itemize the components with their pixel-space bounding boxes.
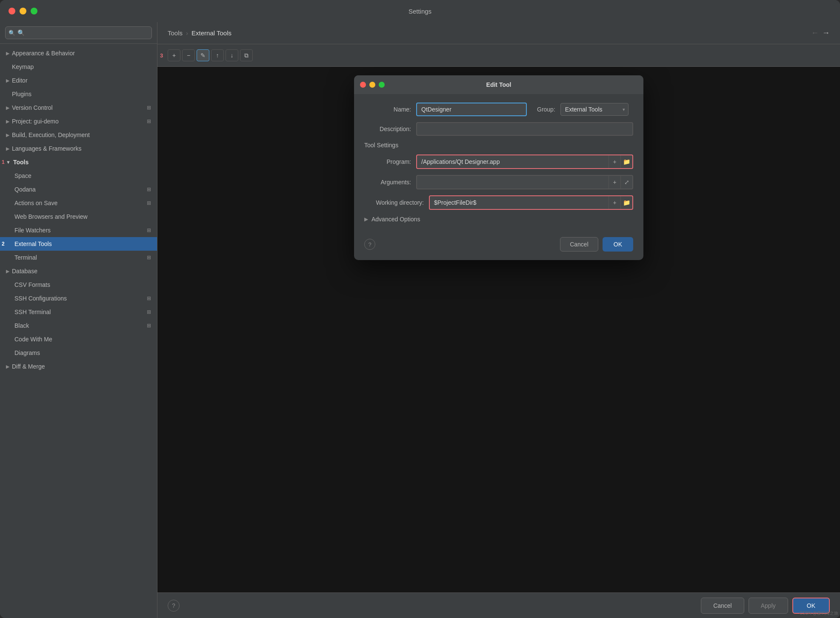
sidebar-item-ssh-configurations[interactable]: SSH Configurations ⊞ xyxy=(0,292,157,305)
sidebar-item-keymap[interactable]: Keymap xyxy=(0,60,157,74)
program-folder-button[interactable]: 📁 xyxy=(620,155,632,168)
bottom-help-button[interactable]: ? xyxy=(168,600,180,612)
arguments-input[interactable] xyxy=(417,176,609,188)
nav-arrows: ← → xyxy=(811,29,830,37)
sidebar-item-project[interactable]: ▶ Project: gui-demo ⊞ xyxy=(0,114,157,128)
maximize-button[interactable] xyxy=(31,8,37,14)
modal-body: Name: Group: External Tools ▾ xyxy=(354,94,643,231)
remove-tool-button[interactable]: − xyxy=(182,49,195,61)
sidebar-item-appearance-behavior[interactable]: ▶ Appearance & Behavior xyxy=(0,46,157,60)
sidebar-item-label: SSH Terminal xyxy=(14,309,51,315)
chevron-right-icon: ▶ xyxy=(6,132,9,138)
sidebar-item-version-control[interactable]: ▶ Version Control ⊞ xyxy=(0,101,157,114)
tool-settings-label: Tool Settings xyxy=(364,142,633,149)
program-add-button[interactable]: + xyxy=(609,155,620,168)
copy-tool-button[interactable]: ⧉ xyxy=(240,49,253,61)
sidebar-item-black[interactable]: Black ⊞ xyxy=(0,319,157,332)
sidebar-item-label: Project: gui-demo xyxy=(12,118,59,125)
chevron-right-icon: ▶ xyxy=(6,78,9,83)
sidebar-item-label: Code With Me xyxy=(14,336,52,343)
window-title: Settings xyxy=(409,8,431,15)
bottom-bar: ? Cancel Apply OK xyxy=(157,592,840,618)
sidebar-item-label: Plugins xyxy=(12,91,31,97)
settings-cancel-button[interactable]: Cancel xyxy=(701,598,744,614)
sidebar-item-database[interactable]: ▶ Database xyxy=(0,264,157,278)
sidebar-item-label: Keymap xyxy=(12,63,34,70)
sidebar-item-terminal[interactable]: Terminal ⊞ xyxy=(0,251,157,264)
search-icon: 🔍 xyxy=(9,30,15,36)
modal-ok-button[interactable]: OK xyxy=(603,237,633,252)
arguments-row: Arguments: + ⤢ xyxy=(364,175,633,189)
forward-arrow-icon[interactable]: → xyxy=(822,29,830,37)
sidebar-item-qodana[interactable]: Qodana ⊞ xyxy=(0,183,157,196)
toolbar-number: 3 xyxy=(160,52,163,59)
advanced-options-row[interactable]: ▶ Advanced Options xyxy=(364,216,633,223)
sidebar-item-build-execution[interactable]: ▶ Build, Execution, Deployment xyxy=(0,128,157,142)
sidebar-item-languages-frameworks[interactable]: ▶ Languages & Frameworks xyxy=(0,142,157,155)
sidebar-item-space[interactable]: Space xyxy=(0,169,157,183)
working-directory-input[interactable] xyxy=(430,197,609,209)
description-input[interactable] xyxy=(416,122,633,136)
move-up-button[interactable]: ↑ xyxy=(211,49,224,61)
add-tool-button[interactable]: + xyxy=(168,49,180,61)
arguments-expand-button[interactable]: ⤢ xyxy=(620,176,632,189)
sidebar-item-plugins[interactable]: Plugins xyxy=(0,87,157,101)
program-label: Program: xyxy=(364,158,411,165)
sidebar: 🔍 ▶ Appearance & Behavior Keymap ▶ Edito… xyxy=(0,22,157,618)
sidebar-item-file-watchers[interactable]: File Watchers ⊞ xyxy=(0,223,157,237)
back-arrow-icon[interactable]: ← xyxy=(811,29,819,37)
main-content: 🔍 ▶ Appearance & Behavior Keymap ▶ Edito… xyxy=(0,22,840,618)
sidebar-item-external-tools[interactable]: 2 External Tools xyxy=(0,237,157,251)
sidebar-item-label: Version Control xyxy=(12,104,53,111)
sync-badge: ⊞ xyxy=(147,309,151,315)
sidebar-item-diff-merge[interactable]: ▶ Diff & Merge xyxy=(0,360,157,373)
chevron-right-icon: ▶ xyxy=(6,119,9,124)
modal-close-button[interactable] xyxy=(360,82,366,88)
modal-cancel-button[interactable]: Cancel xyxy=(560,237,598,252)
watermark: CSDN @爱码海之旅 xyxy=(800,610,838,616)
sidebar-item-csv-formats[interactable]: CSV Formats xyxy=(0,278,157,292)
sidebar-item-code-with-me[interactable]: Code With Me xyxy=(0,332,157,346)
sidebar-item-tools[interactable]: 1 ▼ Tools xyxy=(0,155,157,169)
sync-badge: ⊞ xyxy=(147,255,151,260)
sidebar-item-label: Black xyxy=(14,322,29,329)
settings-window: Settings 🔍 ▶ Appearance & Behavior Keyma… xyxy=(0,0,840,618)
modal-minimize-button[interactable] xyxy=(369,82,375,88)
sync-badge: ⊞ xyxy=(147,200,151,206)
sidebar-item-label: Languages & Frameworks xyxy=(12,145,81,152)
chevron-right-icon: ▶ xyxy=(6,364,9,369)
working-dir-add-button[interactable]: + xyxy=(609,196,620,209)
move-down-button[interactable]: ↓ xyxy=(226,49,238,61)
name-input[interactable] xyxy=(416,103,527,116)
edit-tool-modal: Edit Tool Name: Group: External Tools xyxy=(354,75,643,260)
minimize-button[interactable] xyxy=(20,8,26,14)
group-select[interactable]: External Tools xyxy=(560,103,629,116)
right-panel: Tools › External Tools ← → 3 + − ✎ ↑ ↓ ⧉ xyxy=(157,22,840,618)
sidebar-item-actions-on-save[interactable]: Actions on Save ⊞ xyxy=(0,196,157,210)
sidebar-item-label: Appearance & Behavior xyxy=(12,50,75,57)
sidebar-item-web-browsers[interactable]: Web Browsers and Preview xyxy=(0,210,157,223)
sidebar-list: ▶ Appearance & Behavior Keymap ▶ Editor … xyxy=(0,44,157,618)
sidebar-item-ssh-terminal[interactable]: SSH Terminal ⊞ xyxy=(0,305,157,319)
sidebar-item-diagrams[interactable]: Diagrams xyxy=(0,346,157,360)
modal-overlay: Edit Tool Name: Group: External Tools xyxy=(157,67,840,592)
sync-badge: ⊞ xyxy=(147,323,151,329)
working-directory-row: Working directory: + 📁 xyxy=(364,195,633,210)
sidebar-item-label: Space xyxy=(14,172,31,179)
help-button[interactable]: ? xyxy=(364,239,375,250)
breadcrumb-current: External Tools xyxy=(191,29,231,37)
search-input[interactable] xyxy=(5,26,152,39)
titlebar: Settings xyxy=(0,0,840,22)
arguments-input-wrap: + ⤢ xyxy=(416,175,633,189)
arguments-add-button[interactable]: + xyxy=(609,176,620,189)
program-input[interactable] xyxy=(417,156,609,168)
settings-apply-button[interactable]: Apply xyxy=(749,598,788,614)
sidebar-item-label: Diff & Merge xyxy=(12,363,45,370)
sidebar-item-editor[interactable]: ▶ Editor xyxy=(0,74,157,87)
group-select-wrap: External Tools ▾ xyxy=(560,103,629,116)
breadcrumb-separator: › xyxy=(186,29,188,37)
edit-tool-button[interactable]: ✎ xyxy=(197,49,209,61)
working-dir-folder-button[interactable]: 📁 xyxy=(620,196,632,209)
modal-maximize-button[interactable] xyxy=(379,82,385,88)
close-button[interactable] xyxy=(9,8,15,14)
